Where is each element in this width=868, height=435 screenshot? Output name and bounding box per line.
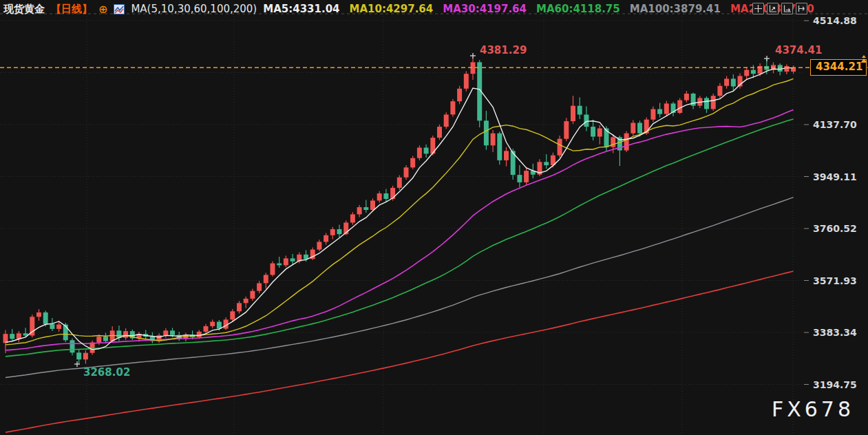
axis-scale-up-icon[interactable] <box>767 3 779 14</box>
price-axis-label: 4514.88 <box>813 15 857 26</box>
axis-scale-right-icon[interactable] <box>781 3 793 14</box>
price-axis-label: 3383.34 <box>813 327 857 338</box>
price-axis-label: 3949.11 <box>813 171 857 182</box>
ma-settings-label: MA(5,10,30,60,100,200) <box>131 3 257 15</box>
ma-line-ma30 <box>6 110 794 350</box>
candles-layer <box>3 58 796 365</box>
instrument-name: 现货黄金 <box>3 3 45 16</box>
chart-toolbar <box>752 3 807 14</box>
price-axis-label: 3571.93 <box>813 275 857 286</box>
price-axis-label: 3760.52 <box>813 223 857 234</box>
indicator-chart-icon[interactable] <box>114 4 125 14</box>
watermark-logo: FX678 <box>772 397 854 421</box>
ma-value-label: MA10:4297.64 <box>350 3 434 15</box>
add-indicator-icon[interactable]: ⊕ <box>98 4 107 14</box>
timeframe-label: 【日线】 <box>51 3 92 16</box>
ma-value-label: MA100:3879.41 <box>630 3 721 15</box>
ma-values: MA5:4331.04MA10:4297.64MA30:4197.64MA60:… <box>263 3 814 15</box>
ma-value-label: MA60:4118.75 <box>536 3 620 15</box>
move-crosshair-icon[interactable] <box>752 3 764 14</box>
chart-header: 现货黄金 【日线】 ⊕ MA(5,10,30,60,100,200) MA5:4… <box>0 0 814 17</box>
annotations-layer: 4381.294374.413268.02 <box>74 44 822 379</box>
price-annotation: 3268.02 <box>83 366 130 379</box>
price-axis-label: 4137.70 <box>813 119 857 130</box>
price-chart[interactable]: 4514.884137.703949.113760.523571.933383.… <box>0 0 868 435</box>
price-axis-label: 3194.75 <box>813 379 857 390</box>
pan-right-icon[interactable] <box>796 3 807 14</box>
ma-value-label: MA5:4331.04 <box>263 3 339 15</box>
current-price-tag: 4344.21 <box>810 59 867 76</box>
price-annotation: 4374.41 <box>775 44 822 56</box>
price-annotation: 4381.29 <box>480 44 527 56</box>
ma-line-ma100 <box>6 198 794 378</box>
ma-value-label: MA30:4197.64 <box>443 3 527 15</box>
ma-line-ma10 <box>6 78 794 345</box>
current-price-value: 4344.21 <box>816 61 862 73</box>
price-alert-icon[interactable] <box>859 54 868 67</box>
